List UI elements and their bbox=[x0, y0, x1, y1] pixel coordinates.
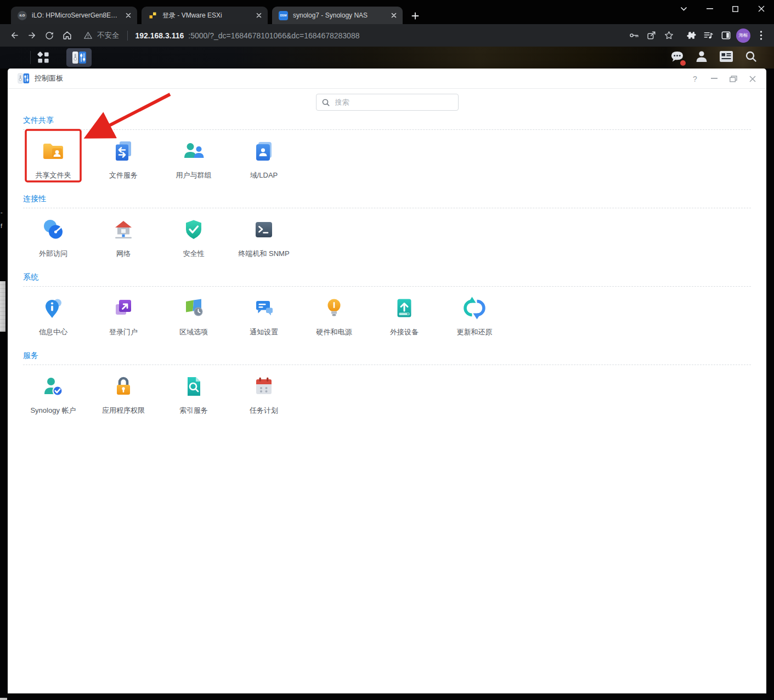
bookmark-button[interactable] bbox=[660, 27, 677, 44]
browser-tab-vmware[interactable]: 登录 - VMware ESXi bbox=[142, 7, 268, 24]
tab-close-icon[interactable] bbox=[256, 12, 262, 19]
item-label: Synology 帐户 bbox=[30, 406, 76, 416]
window-minimize-button[interactable] bbox=[697, 0, 722, 18]
search-input[interactable] bbox=[334, 98, 453, 107]
external-devices-icon bbox=[392, 296, 416, 320]
item-label: 更新和还原 bbox=[457, 327, 493, 337]
reload-icon bbox=[44, 31, 54, 41]
cp-item-indexing-service[interactable]: 索引服务 bbox=[159, 374, 229, 416]
shared-folder-icon bbox=[41, 139, 65, 163]
external-access-icon bbox=[41, 218, 65, 242]
desktop-remnant-square bbox=[0, 698, 7, 700]
section-title: 文件共享 bbox=[23, 116, 751, 126]
security-label[interactable]: 不安全 bbox=[97, 31, 120, 41]
cp-item-update-restore[interactable]: 更新和还原 bbox=[439, 296, 510, 337]
section-file-sharing: 文件共享 共享文件夹 文件服务 用户与群组 bbox=[18, 116, 751, 180]
tab-close-icon[interactable] bbox=[125, 12, 132, 19]
search-button[interactable] bbox=[744, 50, 758, 65]
control-panel-task-button[interactable] bbox=[66, 48, 92, 67]
item-label: 信息中心 bbox=[39, 327, 67, 337]
item-label: 终端机和 SNMP bbox=[238, 249, 289, 259]
dsm-taskbar bbox=[0, 47, 774, 69]
help-button[interactable]: ? bbox=[691, 75, 699, 83]
ilo-favicon: iLO bbox=[18, 11, 27, 20]
item-label: 用户与群组 bbox=[176, 170, 212, 180]
cp-item-regional-options[interactable]: 区域选项 bbox=[159, 296, 229, 337]
new-tab-button[interactable] bbox=[408, 9, 422, 23]
home-button[interactable] bbox=[58, 27, 76, 44]
item-label: 区域选项 bbox=[179, 327, 208, 337]
cp-item-task-scheduler[interactable]: 任务计划 bbox=[229, 374, 299, 416]
control-panel-titlebar: 控制面板 ? bbox=[8, 69, 766, 89]
notification-badge bbox=[680, 60, 686, 66]
forward-button[interactable] bbox=[23, 27, 41, 44]
notification-settings-icon bbox=[252, 296, 276, 320]
back-button[interactable] bbox=[5, 27, 23, 44]
browser-tab-synology[interactable]: DSM synolog7 - Synology NAS bbox=[272, 7, 403, 24]
item-label: 通知设置 bbox=[250, 327, 278, 337]
tab-search-chevron-button[interactable] bbox=[671, 0, 697, 18]
forward-icon bbox=[27, 30, 37, 41]
share-button[interactable] bbox=[642, 27, 660, 44]
cp-item-security[interactable]: 安全性 bbox=[159, 218, 229, 259]
cp-item-user-group[interactable]: 用户与群组 bbox=[159, 139, 229, 180]
cp-item-app-privileges[interactable]: 应用程序权限 bbox=[88, 374, 159, 416]
cp-item-network[interactable]: 网络 bbox=[88, 218, 159, 259]
widgets-button[interactable] bbox=[719, 50, 733, 65]
chat-button[interactable] bbox=[670, 50, 684, 65]
restore-button[interactable] bbox=[730, 75, 737, 83]
cp-item-file-services[interactable]: 文件服务 bbox=[88, 139, 159, 180]
task-scheduler-icon bbox=[252, 374, 276, 399]
tab-close-icon[interactable] bbox=[391, 12, 397, 19]
omnibox-separator bbox=[127, 31, 128, 41]
control-panel-search[interactable] bbox=[316, 94, 459, 111]
media-controls-button[interactable] bbox=[699, 27, 717, 44]
cp-item-synology-account[interactable]: Synology 帐户 bbox=[18, 374, 88, 416]
window-close-button[interactable] bbox=[748, 0, 774, 18]
media-playlist-icon bbox=[703, 30, 714, 41]
item-label: 外接设备 bbox=[390, 327, 419, 337]
section-system: 系统 信息中心 登录门户 区域选项 bbox=[18, 272, 751, 337]
cp-item-terminal-snmp[interactable]: 终端机和 SNMP bbox=[229, 218, 299, 259]
user-menu-button[interactable] bbox=[695, 50, 708, 65]
extensions-button[interactable] bbox=[682, 27, 699, 44]
restore-icon bbox=[730, 76, 737, 82]
browser-menu-button[interactable] bbox=[752, 27, 770, 44]
item-label: 文件服务 bbox=[109, 170, 138, 180]
section-services: 服务 Synology 帐户 应用程序权限 索引服务 bbox=[18, 351, 751, 416]
control-panel-window: 控制面板 ? 文件共享 共享文件夹 bbox=[8, 69, 766, 693]
cp-item-login-portal[interactable]: 登录门户 bbox=[88, 296, 159, 337]
reload-button[interactable] bbox=[41, 27, 58, 44]
profile-avatar[interactable]: 海榕 bbox=[735, 27, 752, 44]
cp-item-info-center[interactable]: 信息中心 bbox=[18, 296, 88, 337]
key-icon bbox=[629, 30, 639, 41]
update-restore-icon bbox=[462, 296, 487, 320]
close-button[interactable] bbox=[749, 75, 756, 83]
cp-item-shared-folder[interactable]: 共享文件夹 bbox=[18, 139, 88, 180]
browser-tab-ilo[interactable]: iLO iLO: HPMicroServerGen8ESXi bbox=[11, 7, 137, 24]
dsm-favicon: DSM bbox=[279, 11, 288, 20]
item-label: 任务计划 bbox=[250, 406, 278, 416]
section-title: 连接性 bbox=[23, 194, 751, 204]
dsm-favicon-text: DSM bbox=[280, 14, 286, 17]
app-launcher-button[interactable] bbox=[32, 48, 55, 67]
home-icon bbox=[62, 30, 72, 41]
hardware-power-icon bbox=[322, 296, 346, 320]
window-maximize-button[interactable] bbox=[722, 0, 748, 18]
cp-item-notification-settings[interactable]: 通知设置 bbox=[229, 296, 299, 337]
cp-item-domain-ldap[interactable]: 域/LDAP bbox=[229, 139, 299, 180]
cp-item-hardware-power[interactable]: 硬件和电源 bbox=[299, 296, 369, 337]
side-panel-button[interactable] bbox=[717, 27, 735, 44]
cp-item-external-access[interactable]: 外部访问 bbox=[18, 218, 88, 259]
back-icon bbox=[9, 30, 20, 41]
password-manager-button[interactable] bbox=[625, 27, 642, 44]
star-icon bbox=[664, 30, 674, 41]
side-panel-icon bbox=[721, 30, 731, 41]
address-bar[interactable]: 不安全 192.168.3.116:5000/?_dc=168467810106… bbox=[83, 31, 359, 41]
minimize-icon bbox=[711, 78, 717, 79]
close-icon bbox=[749, 76, 756, 82]
search-icon bbox=[321, 98, 330, 107]
ilo-favicon-text: iLO bbox=[20, 14, 25, 17]
cp-item-external-devices[interactable]: 外接设备 bbox=[369, 296, 439, 337]
minimize-button[interactable] bbox=[710, 75, 718, 83]
